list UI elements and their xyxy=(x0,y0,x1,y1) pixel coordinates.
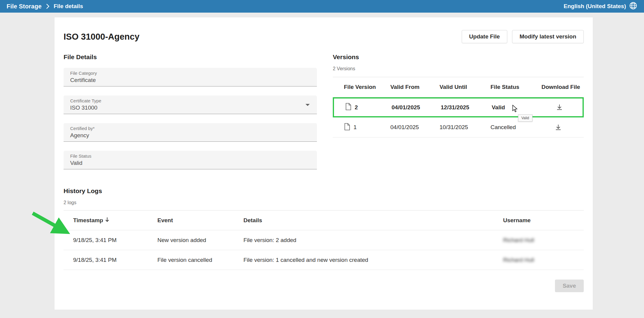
status-tooltip: Valid xyxy=(518,114,532,122)
mouse-cursor-icon xyxy=(511,105,519,114)
language-selector[interactable]: English (United States) xyxy=(564,2,637,11)
certificate-type-value: ISO 31000 xyxy=(70,104,310,111)
certified-by-label: Certified by* xyxy=(70,126,310,131)
update-file-button[interactable]: Update File xyxy=(462,30,507,43)
history-logs-count: 2 logs xyxy=(64,200,584,205)
download-file-button[interactable] xyxy=(553,123,563,132)
log-timestamp: 9/18/25, 3:41 PM xyxy=(73,237,157,244)
breadcrumb-file-storage[interactable]: File Storage xyxy=(7,3,42,10)
chevron-down-icon[interactable] xyxy=(306,104,310,106)
file-category-label: File Category xyxy=(70,71,310,76)
col-file-status: File Status xyxy=(490,84,541,90)
col-details: Details xyxy=(243,217,503,224)
file-status-label: File Status xyxy=(70,153,310,159)
file-category-field[interactable]: File Category Certificate xyxy=(64,68,317,86)
versions-table: File Version Valid From Valid Until File… xyxy=(333,77,584,138)
log-username: Richard Hull xyxy=(503,237,584,244)
save-row: Save xyxy=(64,280,584,292)
valid-until-value: 10/31/2025 xyxy=(440,124,490,131)
download-file-button[interactable] xyxy=(555,102,564,112)
version-row-1[interactable]: 1 04/01/2025 10/31/2025 Cancelled xyxy=(333,117,584,138)
file-details-section: File Details File Category Certificate C… xyxy=(64,53,317,169)
top-navigation-bar: File Storage File details English (Unite… xyxy=(0,0,644,13)
file-category-value: Certificate xyxy=(70,77,310,83)
globe-icon[interactable] xyxy=(629,2,637,11)
history-table-header: Timestamp Event Details Username xyxy=(64,210,584,230)
document-icon xyxy=(344,123,350,132)
version-number: 2 xyxy=(355,104,358,111)
breadcrumb-current-page: File details xyxy=(54,3,83,10)
col-valid-until: Valid Until xyxy=(440,84,490,90)
file-details-card: ISO 31000-Agency Update File Modify late… xyxy=(55,17,593,310)
header-actions: Update File Modify latest version xyxy=(462,30,584,43)
document-icon xyxy=(345,103,352,112)
versions-table-header: File Version Valid From Valid Until File… xyxy=(333,77,584,97)
version-row-2[interactable]: 2 04/01/2025 12/31/2025 Valid xyxy=(333,97,584,117)
col-download-file: Download File xyxy=(541,84,584,90)
history-logs-table: Timestamp Event Details Username 9/18/25… xyxy=(64,210,584,270)
history-log-row[interactable]: 9/18/25, 3:41 PM New version added File … xyxy=(64,230,584,250)
col-username: Username xyxy=(503,217,584,224)
log-details: File version: 2 added xyxy=(243,237,503,244)
certificate-type-label: Certificate Type xyxy=(70,98,310,103)
certified-by-value: Agency xyxy=(70,132,310,139)
certificate-type-select[interactable]: Certificate Type ISO 31000 xyxy=(64,95,317,114)
file-details-title: File Details xyxy=(64,53,317,61)
page-title: ISO 31000-Agency xyxy=(64,32,139,42)
sort-arrow-down-icon xyxy=(105,217,109,224)
col-timestamp-sort[interactable]: Timestamp xyxy=(73,217,157,224)
history-logs-section: History Logs 2 logs Timestamp Event Deta… xyxy=(64,187,584,292)
col-event: Event xyxy=(157,217,243,224)
log-timestamp: 9/18/25, 3:41 PM xyxy=(73,257,157,263)
versions-title: Versions xyxy=(333,53,584,61)
file-status-value: Valid xyxy=(70,160,310,166)
breadcrumb-chevron-icon xyxy=(46,4,49,9)
file-status-value: Cancelled xyxy=(490,124,541,131)
certified-by-field[interactable]: Certified by* Agency xyxy=(64,123,317,142)
col-file-version: File Version xyxy=(344,84,390,90)
versions-count: 2 Versions xyxy=(333,66,584,71)
history-logs-title: History Logs xyxy=(64,187,584,195)
breadcrumb: File Storage File details xyxy=(7,3,83,10)
log-username: Richard Hull xyxy=(503,257,584,263)
col-timestamp-label: Timestamp xyxy=(73,217,103,224)
save-button[interactable]: Save xyxy=(555,280,584,292)
log-event: New version added xyxy=(157,237,243,244)
valid-until-value: 12/31/2025 xyxy=(441,104,492,111)
file-status-field[interactable]: File Status Valid xyxy=(64,151,317,169)
col-valid-from: Valid From xyxy=(390,84,440,90)
language-label: English (United States) xyxy=(564,3,626,10)
history-log-row[interactable]: 9/18/25, 3:41 PM File version cancelled … xyxy=(64,250,584,270)
version-number: 1 xyxy=(353,124,357,131)
valid-from-value: 04/01/2025 xyxy=(392,104,441,111)
log-details: File version: 1 cancelled and new versio… xyxy=(243,257,503,263)
content-columns: File Details File Category Certificate C… xyxy=(64,53,584,169)
file-details-fields: File Category Certificate Certificate Ty… xyxy=(64,68,317,169)
versions-section: Versions 2 Versions File Version Valid F… xyxy=(333,53,584,169)
modify-latest-version-button[interactable]: Modify latest version xyxy=(512,30,584,43)
card-header: ISO 31000-Agency Update File Modify late… xyxy=(64,30,584,43)
log-event: File version cancelled xyxy=(157,257,243,263)
valid-from-value: 04/01/2025 xyxy=(390,124,440,131)
